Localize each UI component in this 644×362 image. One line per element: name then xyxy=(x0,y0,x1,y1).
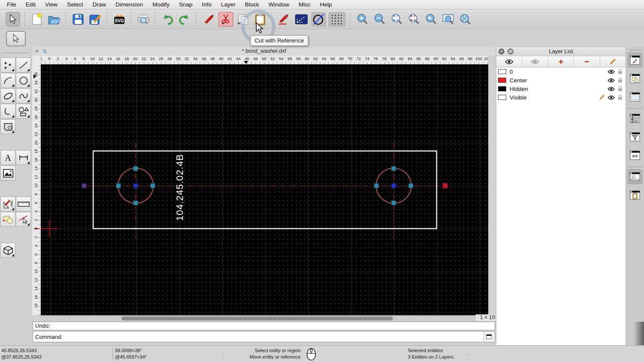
order-tool-button[interactable] xyxy=(0,212,15,227)
new-document-button[interactable] xyxy=(30,12,44,27)
layer-lock-icon[interactable] xyxy=(616,77,624,83)
polygon-tool-button[interactable] xyxy=(16,104,31,119)
menu-file[interactable]: File xyxy=(2,1,21,8)
layer-lock-icon[interactable] xyxy=(616,94,624,100)
delete-button[interactable] xyxy=(201,12,216,27)
dock-library-browser-button[interactable] xyxy=(628,90,642,104)
menu-modify[interactable]: Modify xyxy=(148,1,174,8)
canvas-horizontal-scrollbar[interactable] xyxy=(41,315,479,322)
polyline-tool-button[interactable] xyxy=(0,104,15,119)
palette-drag-handle[interactable] xyxy=(3,52,28,53)
ellipse-tool-button[interactable] xyxy=(0,88,15,103)
part-number-label[interactable]: 104.245.02.4B xyxy=(174,154,185,221)
selection-handle[interactable] xyxy=(392,166,396,171)
select-pointer-button[interactable] xyxy=(6,12,20,27)
layer-row-visible[interactable]: Visible xyxy=(496,93,626,102)
paste-button[interactable] xyxy=(253,12,267,27)
circle-center-point[interactable] xyxy=(392,184,396,188)
dock-entity-filter-button[interactable] xyxy=(628,130,642,144)
menu-snap[interactable]: Snap xyxy=(174,1,197,8)
draft-mode-button[interactable] xyxy=(311,12,326,27)
zoom-out-button[interactable] xyxy=(372,12,387,27)
image-tool-button[interactable] xyxy=(0,166,15,181)
selection-handle[interactable] xyxy=(392,201,396,205)
remove-layer-button[interactable]: − xyxy=(574,56,600,67)
selection-tool-button[interactable] xyxy=(6,31,26,46)
dock-entity-list-button[interactable] xyxy=(628,111,642,126)
dock-layer-list-button[interactable] xyxy=(628,53,642,67)
selection-handle[interactable] xyxy=(134,201,138,205)
attributes-button[interactable] xyxy=(294,12,309,27)
dimension-tool-button[interactable] xyxy=(16,150,31,165)
menu-dimension[interactable]: Dimension xyxy=(111,1,148,8)
menu-draw[interactable]: Draw xyxy=(88,1,111,8)
menu-view[interactable]: View xyxy=(40,1,62,8)
layer-color-swatch[interactable] xyxy=(498,95,506,100)
print-preview-button[interactable] xyxy=(136,12,151,27)
layer-row-0[interactable]: 0 xyxy=(496,67,626,76)
line-tool-button[interactable] xyxy=(16,57,31,72)
zoom-in-button[interactable] xyxy=(355,12,370,27)
save-button[interactable] xyxy=(71,12,85,27)
edit-layer-button[interactable] xyxy=(600,56,626,67)
zoom-pan-button[interactable] xyxy=(458,12,473,27)
measure-tool-button[interactable] xyxy=(16,196,31,211)
menu-block[interactable]: Block xyxy=(240,1,264,8)
solid-3d-tool-button[interactable] xyxy=(0,243,15,258)
washer-outline-rect[interactable] xyxy=(93,151,437,229)
open-file-button[interactable] xyxy=(47,12,61,27)
command-input[interactable] xyxy=(65,332,483,341)
redo-button[interactable] xyxy=(177,12,192,27)
layer-visibility-icon[interactable] xyxy=(607,95,615,100)
layer-row-center[interactable]: Center xyxy=(496,76,626,84)
export-svg-button[interactable]: SVG xyxy=(112,12,127,27)
hatch-tool-button[interactable] xyxy=(0,119,15,134)
centerline-end-handle[interactable] xyxy=(443,184,448,188)
dock-dimension-options-button[interactable] xyxy=(628,148,642,163)
layer-color-swatch[interactable] xyxy=(498,69,506,74)
hide-all-layers-button[interactable] xyxy=(522,56,548,67)
layer-visibility-icon[interactable] xyxy=(607,78,615,83)
dock-command-line-button[interactable] xyxy=(628,169,642,184)
menu-window[interactable]: Window xyxy=(264,1,294,8)
menu-info[interactable]: Info xyxy=(197,1,216,8)
scrollbar-thumb[interactable] xyxy=(122,317,393,320)
select-entity-tool-button[interactable] xyxy=(16,212,31,227)
show-all-layers-button[interactable] xyxy=(496,56,522,67)
layer-lock-icon[interactable] xyxy=(616,86,624,92)
selection-handle[interactable] xyxy=(116,184,121,188)
grid-toggle-button[interactable] xyxy=(328,12,346,27)
layer-visibility-icon[interactable] xyxy=(607,87,615,91)
circle-center-point[interactable] xyxy=(134,184,138,188)
layer-color-swatch[interactable] xyxy=(498,86,506,91)
zoom-previous-button[interactable] xyxy=(424,12,438,27)
layer-color-swatch[interactable] xyxy=(498,78,506,83)
canvas-vertical-scrollbar[interactable] xyxy=(488,64,495,315)
dock-clipboard-button[interactable] xyxy=(628,188,642,202)
menu-edit[interactable]: Edit xyxy=(21,1,40,8)
copy-button[interactable]: + xyxy=(236,12,250,27)
zoom-auto-button[interactable] xyxy=(389,12,404,27)
add-layer-button[interactable]: + xyxy=(548,56,574,67)
menu-layer[interactable]: Layer xyxy=(216,1,240,8)
undo-button[interactable] xyxy=(160,12,175,27)
menu-select[interactable]: Select xyxy=(62,1,88,8)
command-detach-button[interactable] xyxy=(483,332,494,341)
spline-tool-button[interactable] xyxy=(16,88,31,103)
modify-tool-button[interactable] xyxy=(0,196,15,211)
cut-with-reference-button[interactable]: + xyxy=(219,12,233,27)
menu-help[interactable]: Help xyxy=(315,1,337,8)
selection-handle[interactable] xyxy=(151,184,155,188)
selection-handle[interactable] xyxy=(409,184,413,188)
zoom-window-button[interactable] xyxy=(441,12,456,27)
circle-tool-button[interactable] xyxy=(16,73,31,88)
menu-misc[interactable]: Misc xyxy=(294,1,316,8)
text-tool-button[interactable]: A xyxy=(0,150,15,165)
selection-handle[interactable] xyxy=(374,184,379,188)
arc-tool-button[interactable] xyxy=(0,73,15,88)
drawing-canvas[interactable]: 104.245.02.4B xyxy=(41,64,488,315)
selection-handle[interactable] xyxy=(134,166,138,171)
zoom-selected-button[interactable] xyxy=(407,12,421,27)
pen-button[interactable] xyxy=(277,12,292,27)
layer-visibility-icon[interactable] xyxy=(607,69,615,74)
